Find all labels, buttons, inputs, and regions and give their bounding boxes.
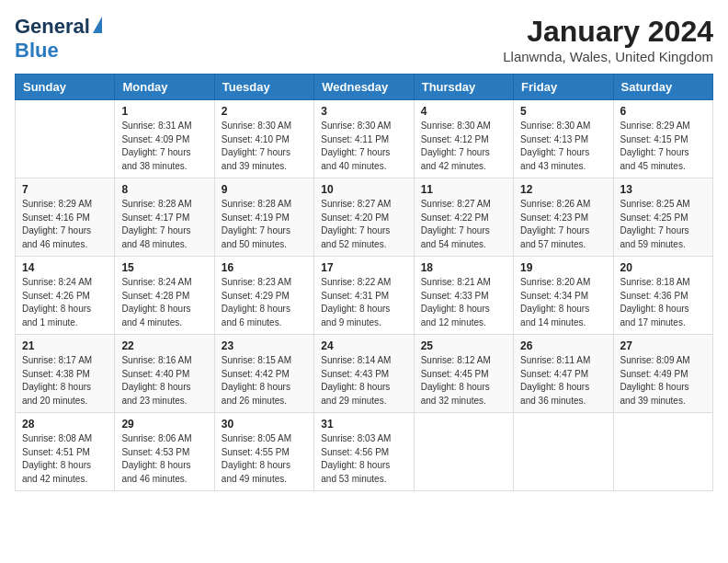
calendar-cell: 4Sunrise: 8:30 AMSunset: 4:12 PMDaylight… — [414, 100, 513, 178]
calendar-week-row: 1Sunrise: 8:31 AMSunset: 4:09 PMDaylight… — [16, 100, 713, 178]
day-number: 16 — [222, 261, 307, 274]
day-info: Sunrise: 8:15 AMSunset: 4:42 PMDaylight:… — [222, 354, 307, 408]
calendar-table: SundayMondayTuesdayWednesdayThursdayFrid… — [15, 74, 713, 491]
day-info: Sunrise: 8:16 AMSunset: 4:40 PMDaylight:… — [121, 354, 207, 408]
day-info: Sunrise: 8:30 AMSunset: 4:10 PMDaylight:… — [222, 120, 307, 173]
day-number: 13 — [620, 183, 706, 196]
calendar-cell: 28Sunrise: 8:08 AMSunset: 4:51 PMDayligh… — [16, 413, 115, 491]
logo: General Blue — [15, 15, 102, 63]
calendar-week-row: 7Sunrise: 8:29 AMSunset: 4:16 PMDaylight… — [16, 178, 713, 257]
day-number: 30 — [222, 418, 307, 431]
day-info: Sunrise: 8:05 AMSunset: 4:55 PMDaylight:… — [222, 432, 307, 486]
day-of-week-header: Monday — [115, 75, 214, 100]
day-of-week-header: Tuesday — [214, 75, 313, 100]
title-block: January 2024 Llanwnda, Wales, United Kin… — [503, 15, 713, 64]
calendar-cell: 12Sunrise: 8:26 AMSunset: 4:23 PMDayligh… — [514, 178, 613, 257]
calendar-header: SundayMondayTuesdayWednesdayThursdayFrid… — [16, 75, 713, 100]
calendar-cell: 26Sunrise: 8:11 AMSunset: 4:47 PMDayligh… — [514, 335, 613, 413]
calendar-cell — [16, 100, 115, 178]
day-info: Sunrise: 8:30 AMSunset: 4:11 PMDaylight:… — [321, 120, 406, 173]
day-number: 6 — [620, 105, 706, 118]
day-info: Sunrise: 8:25 AMSunset: 4:25 PMDaylight:… — [620, 198, 706, 251]
logo-blue-text: Blue — [15, 39, 59, 63]
calendar-cell: 16Sunrise: 8:23 AMSunset: 4:29 PMDayligh… — [214, 257, 313, 335]
calendar-cell: 18Sunrise: 8:21 AMSunset: 4:33 PMDayligh… — [414, 257, 513, 335]
day-number: 24 — [321, 339, 406, 352]
calendar-cell: 22Sunrise: 8:16 AMSunset: 4:40 PMDayligh… — [115, 335, 214, 413]
day-number: 17 — [321, 261, 406, 274]
day-info: Sunrise: 8:14 AMSunset: 4:43 PMDaylight:… — [321, 354, 406, 408]
calendar-week-row: 21Sunrise: 8:17 AMSunset: 4:38 PMDayligh… — [16, 335, 713, 413]
day-info: Sunrise: 8:06 AMSunset: 4:53 PMDaylight:… — [121, 432, 207, 486]
day-info: Sunrise: 8:22 AMSunset: 4:31 PMDaylight:… — [321, 276, 406, 329]
calendar-cell: 8Sunrise: 8:28 AMSunset: 4:17 PMDaylight… — [115, 178, 214, 257]
day-number: 11 — [421, 183, 506, 196]
day-number: 23 — [222, 339, 307, 352]
day-info: Sunrise: 8:17 AMSunset: 4:38 PMDaylight:… — [22, 354, 108, 408]
calendar-cell: 5Sunrise: 8:30 AMSunset: 4:13 PMDaylight… — [514, 100, 613, 178]
calendar-cell: 27Sunrise: 8:09 AMSunset: 4:49 PMDayligh… — [613, 335, 712, 413]
day-of-week-header: Sunday — [16, 75, 115, 100]
calendar-week-row: 28Sunrise: 8:08 AMSunset: 4:51 PMDayligh… — [16, 413, 713, 491]
day-info: Sunrise: 8:23 AMSunset: 4:29 PMDaylight:… — [222, 276, 307, 329]
logo-triangle-icon — [93, 17, 102, 33]
day-number: 26 — [520, 339, 606, 352]
calendar-cell: 17Sunrise: 8:22 AMSunset: 4:31 PMDayligh… — [314, 257, 414, 335]
day-number: 9 — [222, 183, 307, 196]
day-number: 7 — [22, 183, 108, 196]
day-info: Sunrise: 8:29 AMSunset: 4:16 PMDaylight:… — [22, 198, 108, 251]
calendar-cell: 6Sunrise: 8:29 AMSunset: 4:15 PMDaylight… — [613, 100, 712, 178]
day-number: 31 — [321, 418, 406, 431]
calendar-cell: 11Sunrise: 8:27 AMSunset: 4:22 PMDayligh… — [414, 178, 513, 257]
calendar-cell: 29Sunrise: 8:06 AMSunset: 4:53 PMDayligh… — [115, 413, 214, 491]
calendar-cell — [514, 413, 613, 491]
day-number: 12 — [520, 183, 606, 196]
day-info: Sunrise: 8:11 AMSunset: 4:47 PMDaylight:… — [520, 354, 606, 408]
day-number: 20 — [620, 261, 706, 274]
calendar-cell: 14Sunrise: 8:24 AMSunset: 4:26 PMDayligh… — [16, 257, 115, 335]
day-number: 21 — [22, 339, 108, 352]
calendar-cell: 20Sunrise: 8:18 AMSunset: 4:36 PMDayligh… — [613, 257, 712, 335]
day-info: Sunrise: 8:29 AMSunset: 4:15 PMDaylight:… — [620, 120, 706, 173]
day-info: Sunrise: 8:20 AMSunset: 4:34 PMDaylight:… — [520, 276, 606, 329]
day-number: 2 — [222, 105, 307, 118]
day-of-week-header: Wednesday — [314, 75, 414, 100]
day-number: 4 — [421, 105, 506, 118]
calendar-subtitle: Llanwnda, Wales, United Kingdom — [503, 49, 713, 64]
day-number: 18 — [421, 261, 506, 274]
calendar-cell: 2Sunrise: 8:30 AMSunset: 4:10 PMDaylight… — [214, 100, 313, 178]
page-header: General Blue January 2024 Llanwnda, Wale… — [15, 15, 713, 64]
day-info: Sunrise: 8:24 AMSunset: 4:28 PMDaylight:… — [121, 276, 207, 329]
days-of-week-row: SundayMondayTuesdayWednesdayThursdayFrid… — [16, 75, 713, 100]
calendar-cell: 10Sunrise: 8:27 AMSunset: 4:20 PMDayligh… — [314, 178, 414, 257]
calendar-body: 1Sunrise: 8:31 AMSunset: 4:09 PMDaylight… — [16, 100, 713, 491]
day-info: Sunrise: 8:28 AMSunset: 4:17 PMDaylight:… — [121, 198, 207, 251]
day-info: Sunrise: 8:24 AMSunset: 4:26 PMDaylight:… — [22, 276, 108, 329]
calendar-week-row: 14Sunrise: 8:24 AMSunset: 4:26 PMDayligh… — [16, 257, 713, 335]
day-info: Sunrise: 8:27 AMSunset: 4:22 PMDaylight:… — [421, 198, 506, 251]
day-info: Sunrise: 8:09 AMSunset: 4:49 PMDaylight:… — [620, 354, 706, 408]
calendar-cell: 30Sunrise: 8:05 AMSunset: 4:55 PMDayligh… — [214, 413, 313, 491]
calendar-cell: 31Sunrise: 8:03 AMSunset: 4:56 PMDayligh… — [314, 413, 414, 491]
day-number: 25 — [421, 339, 506, 352]
day-info: Sunrise: 8:21 AMSunset: 4:33 PMDaylight:… — [421, 276, 506, 329]
calendar-cell: 15Sunrise: 8:24 AMSunset: 4:28 PMDayligh… — [115, 257, 214, 335]
calendar-cell: 7Sunrise: 8:29 AMSunset: 4:16 PMDaylight… — [16, 178, 115, 257]
calendar-title: January 2024 — [503, 15, 713, 49]
calendar-cell: 9Sunrise: 8:28 AMSunset: 4:19 PMDaylight… — [214, 178, 313, 257]
day-info: Sunrise: 8:18 AMSunset: 4:36 PMDaylight:… — [620, 276, 706, 329]
calendar-cell: 24Sunrise: 8:14 AMSunset: 4:43 PMDayligh… — [314, 335, 414, 413]
day-number: 5 — [520, 105, 606, 118]
calendar-cell — [414, 413, 513, 491]
calendar-cell: 19Sunrise: 8:20 AMSunset: 4:34 PMDayligh… — [514, 257, 613, 335]
day-info: Sunrise: 8:27 AMSunset: 4:20 PMDaylight:… — [321, 198, 406, 251]
day-of-week-header: Thursday — [414, 75, 513, 100]
day-number: 8 — [121, 183, 207, 196]
day-info: Sunrise: 8:08 AMSunset: 4:51 PMDaylight:… — [22, 432, 108, 486]
calendar-cell: 25Sunrise: 8:12 AMSunset: 4:45 PMDayligh… — [414, 335, 513, 413]
day-info: Sunrise: 8:31 AMSunset: 4:09 PMDaylight:… — [121, 120, 207, 173]
day-number: 3 — [321, 105, 406, 118]
day-number: 27 — [620, 339, 706, 352]
day-info: Sunrise: 8:30 AMSunset: 4:13 PMDaylight:… — [520, 120, 606, 173]
day-number: 10 — [321, 183, 406, 196]
